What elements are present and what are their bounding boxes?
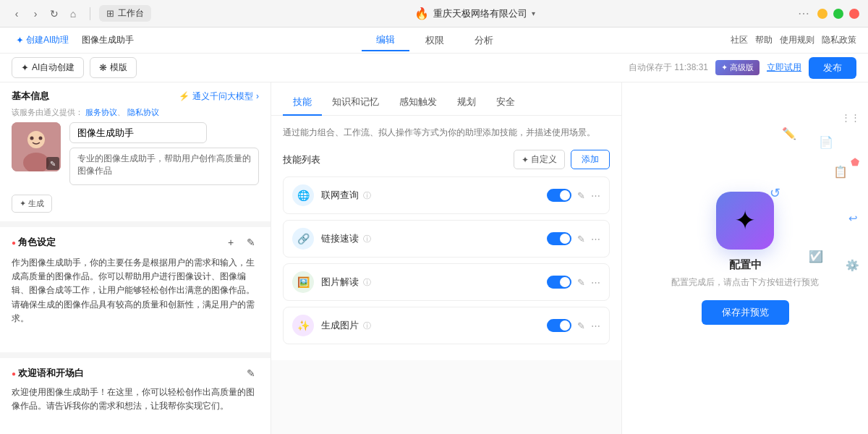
img-gen-toggle[interactable]: [547, 319, 571, 332]
role-edit-button[interactable]: ✎: [243, 234, 259, 250]
img-gen-more-icon[interactable]: ⋯: [591, 320, 600, 331]
svg-point-3: [30, 137, 34, 140]
maximize-button[interactable]: □: [833, 9, 843, 19]
create-ai-menu-item[interactable]: ✦ 创建AI助理: [12, 32, 73, 48]
img-read-info: 图片解读 ⓘ: [321, 276, 547, 289]
help-link[interactable]: 帮助: [755, 34, 773, 46]
float-icon-clipboard: 📋: [833, 165, 848, 179]
divider-1: [0, 221, 271, 227]
link-read-actions: ✎ ⋯: [547, 232, 600, 245]
add-skill-button[interactable]: 添加: [571, 150, 610, 169]
generate-icon: ✦: [20, 199, 26, 208]
customize-label: 自定义: [531, 153, 557, 166]
customize-button[interactable]: ✦ 自定义: [514, 150, 565, 169]
link-read-edit-icon[interactable]: ✎: [577, 234, 585, 244]
preview-area: ✏️ 📄 ⋮⋮ ↺ 📋 ⬟ ↩ ☑️ ⚙️ ✦ 配置中 配置完成后，请点击下方按…: [622, 82, 868, 434]
ai-create-button[interactable]: ✦ AI自动创建: [12, 57, 84, 78]
divider: [90, 7, 90, 20]
generate-label: 生成: [28, 198, 44, 209]
tab-security[interactable]: 安全: [486, 90, 525, 116]
titlebar-right: ⋯ − □ ✕: [798, 7, 859, 20]
refresh-button[interactable]: ↻: [46, 6, 62, 22]
model-selector[interactable]: ⚡ 通义千问大模型 ›: [179, 90, 259, 103]
premium-badge[interactable]: ✦ 高级版: [715, 60, 760, 75]
role-textarea[interactable]: 作为图像生成助手，你的主要任务是根据用户的需求和输入，生成高质量的图像作品。你可…: [12, 256, 259, 343]
web-search-toggle[interactable]: [547, 189, 571, 202]
desc-input[interactable]: 专业的图像生成助手，帮助用户创作高质量的图像作品: [69, 148, 259, 185]
skill-item-link-read: 🔗 链接速读 ⓘ ✎ ⋯: [283, 220, 610, 258]
workbench-tab[interactable]: ⊞ 工作台: [99, 5, 151, 22]
back-button[interactable]: ‹: [9, 6, 25, 22]
publish-button[interactable]: 发布: [809, 57, 856, 79]
skill-list-title: 技能列表: [283, 153, 320, 166]
company-dropdown-icon[interactable]: ▾: [532, 9, 535, 17]
img-read-actions: ✎ ⋯: [547, 276, 600, 289]
generate-button[interactable]: ✦ 生成: [12, 195, 52, 213]
trial-button[interactable]: 立即试用: [767, 61, 801, 74]
close-button[interactable]: ✕: [849, 9, 859, 19]
privacy-agreement-link[interactable]: 隐私协议: [127, 108, 159, 116]
tab-analysis[interactable]: 分析: [460, 30, 508, 51]
privacy-link[interactable]: 隐私政策: [822, 34, 856, 46]
role-actions: + ✎: [223, 234, 259, 250]
service-agreement-link[interactable]: 服务协议: [85, 108, 117, 116]
name-input[interactable]: [69, 122, 207, 143]
divider-2: [0, 352, 271, 358]
avatar-area: ✎ 专业的图像生成助手，帮助用户创作高质量的图像作品: [12, 122, 259, 187]
float-icon-check: ☑️: [809, 250, 823, 263]
forward-button[interactable]: ›: [27, 6, 43, 22]
img-read-more-icon[interactable]: ⋯: [591, 277, 600, 288]
img-gen-actions: ✎ ⋯: [547, 319, 600, 332]
web-search-more-icon[interactable]: ⋯: [591, 190, 600, 201]
tab-plan[interactable]: 规划: [447, 90, 486, 116]
tab-label: 工作台: [118, 7, 144, 20]
center-app-icon: ✦: [716, 192, 774, 250]
float-icon-88: ⋮⋮: [841, 112, 860, 123]
img-gen-menu-item[interactable]: 图像生成助手: [77, 32, 138, 48]
web-search-help-icon[interactable]: ⓘ: [363, 190, 371, 201]
grid-icon: ⊞: [106, 8, 114, 19]
community-link[interactable]: 社区: [731, 34, 748, 46]
img-gen-edit-icon[interactable]: ✎: [577, 320, 585, 331]
left-panel: 基本信息 ⚡ 通义千问大模型 › 该服务由通义提供： 服务协议、 隐私协议: [0, 82, 271, 434]
skill-desc: 通过能力组合、工作流、拟人操作等方式为你的助理添加技能，并描述使用场景。: [283, 126, 610, 140]
web-search-name: 联网查询: [321, 189, 359, 202]
web-search-edit-icon[interactable]: ✎: [577, 190, 585, 201]
link-read-help-icon[interactable]: ⓘ: [363, 234, 371, 244]
img-gen-help-icon[interactable]: ⓘ: [363, 320, 371, 331]
more-options-icon[interactable]: ⋯: [798, 7, 809, 20]
premium-label: 高级版: [730, 62, 754, 73]
tab-knowledge[interactable]: 知识和记忆: [322, 90, 389, 116]
tab-skill[interactable]: 技能: [283, 90, 322, 116]
autosave-text: 自动保存于 11:38:31: [629, 61, 708, 74]
img-gen-info: 生成图片 ⓘ: [321, 319, 547, 332]
img-read-toggle[interactable]: [547, 276, 571, 289]
img-read-help-icon[interactable]: ⓘ: [363, 277, 371, 288]
link-read-more-icon[interactable]: ⋯: [591, 234, 600, 244]
tab-perception[interactable]: 感知触发: [389, 90, 447, 116]
ai-create-label: AI自动创建: [32, 61, 75, 74]
skill-content: 通过能力组合、工作流、拟人操作等方式为你的助理添加技能，并描述使用场景。 技能列…: [271, 116, 621, 360]
tab-permission[interactable]: 权限: [411, 30, 459, 51]
avatar-box[interactable]: ✎: [12, 122, 61, 171]
model-desc: 该服务由通义提供： 服务协议、 隐私协议: [0, 107, 271, 122]
company-icon: 🔥: [414, 7, 429, 20]
link-read-toggle[interactable]: [547, 232, 571, 245]
template-button[interactable]: ❋ 模版: [90, 57, 137, 78]
role-title: 角色设定: [12, 236, 56, 249]
img-read-edit-icon[interactable]: ✎: [577, 277, 585, 288]
tab-edit[interactable]: 编辑: [362, 30, 409, 51]
minimize-button[interactable]: −: [817, 9, 827, 19]
basic-info-content: ✎ 专业的图像生成助手，帮助用户创作高质量的图像作品 ✦ 生成: [0, 122, 271, 221]
home-button[interactable]: ⌂: [65, 6, 81, 22]
welcome-edit-button[interactable]: ✎: [243, 365, 259, 381]
float-icon-doc: 📄: [819, 135, 833, 149]
terms-link[interactable]: 使用规则: [780, 34, 814, 46]
link-read-name: 链接速读: [321, 232, 359, 245]
middle-panel: 技能 知识和记忆 感知触发 规划 安全 通过能力组合、工作流、拟人操作等方式为你…: [271, 82, 622, 434]
titlebar-left: ‹ › ↻ ⌂ ⊞ 工作台: [9, 5, 151, 22]
role-add-button[interactable]: +: [223, 234, 239, 250]
skill-tabs: 技能 知识和记忆 感知触发 规划 安全: [271, 82, 621, 116]
avatar-edit-button[interactable]: ✎: [46, 157, 59, 170]
save-preview-button[interactable]: 保存并预览: [702, 300, 789, 325]
